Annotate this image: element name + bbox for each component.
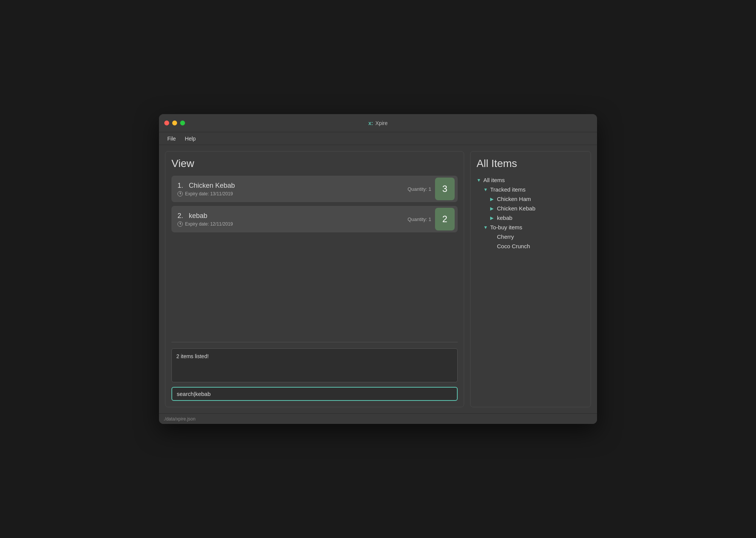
item-name: 1. Chicken Kebab: [177, 182, 401, 190]
quantity-label: Quantity: 1: [407, 216, 431, 222]
close-button[interactable]: [164, 121, 169, 125]
items-list: 1. Chicken Kebab Expiry date: 13/11/2019…: [171, 176, 458, 336]
tree-item-label: Coco Crunch: [497, 243, 530, 249]
item-quantity-area: Quantity: 1 2: [407, 208, 458, 230]
tree-item-kebab[interactable]: kebab: [477, 213, 585, 222]
tree-item-label: kebab: [497, 215, 512, 221]
quantity-badge: 2: [435, 208, 455, 230]
chevron-right-icon: [490, 215, 495, 221]
chevron-right-icon: [490, 196, 495, 202]
menu-help[interactable]: Help: [181, 134, 200, 143]
chevron-right-icon: [490, 206, 495, 211]
tree-item-coco-crunch[interactable]: Coco Crunch: [477, 242, 585, 250]
command-input[interactable]: [171, 387, 458, 401]
item-content: 2. kebab Expiry date: 12/11/2019: [171, 208, 407, 230]
menubar: File Help: [159, 132, 597, 145]
tree-item-tobuy[interactable]: To-buy items: [477, 223, 585, 232]
chevron-down-icon: [477, 178, 481, 183]
view-panel-title: View: [171, 158, 458, 170]
tree-item-tracked[interactable]: Tracked items: [477, 185, 585, 194]
tree-item-chicken-ham[interactable]: Chicken Ham: [477, 195, 585, 203]
view-panel: View 1. Chicken Kebab Expiry date: 13/11…: [165, 151, 464, 407]
separator: [171, 342, 458, 342]
tree-item-chicken-kebab[interactable]: Chicken Kebab: [477, 204, 585, 213]
table-row[interactable]: 2. kebab Expiry date: 12/11/2019 Quantit…: [171, 206, 458, 232]
menu-file[interactable]: File: [164, 134, 180, 143]
main-content: View 1. Chicken Kebab Expiry date: 13/11…: [159, 145, 597, 413]
minimize-button[interactable]: [172, 121, 177, 125]
maximize-button[interactable]: [180, 121, 185, 125]
tree-item-label: Tracked items: [490, 186, 526, 193]
item-index: 1.: [177, 182, 187, 189]
all-items-title: All Items: [477, 158, 585, 170]
item-quantity-area: Quantity: 1 3: [407, 178, 458, 200]
traffic-lights: [164, 121, 185, 125]
clock-icon: [177, 191, 183, 196]
tree-item-label: Chicken Ham: [497, 196, 531, 202]
chevron-down-icon: [483, 225, 488, 230]
output-text: 2 items listed!: [176, 353, 209, 359]
titlebar: x: Xpire: [159, 114, 597, 132]
app-title: Xpire: [375, 120, 388, 126]
app-window: x: Xpire File Help View 1. Chicken Kebab: [159, 114, 597, 424]
table-row[interactable]: 1. Chicken Kebab Expiry date: 13/11/2019…: [171, 176, 458, 202]
tree-item-label: All items: [483, 177, 505, 183]
quantity-label: Quantity: 1: [407, 186, 431, 192]
statusbar-text: ./data/xpire.json: [164, 416, 196, 422]
titlebar-title: x: Xpire: [368, 120, 387, 126]
tree-item-label: Chicken Kebab: [497, 205, 535, 212]
item-expiry: Expiry date: 13/11/2019: [177, 191, 401, 196]
tree-item-cherry[interactable]: Cherry: [477, 232, 585, 241]
item-content: 1. Chicken Kebab Expiry date: 13/11/2019: [171, 178, 407, 200]
tree-item-label: Cherry: [497, 233, 514, 240]
items-tree: All items Tracked items Chicken Ham Chic…: [477, 176, 585, 250]
item-name: 2. kebab: [177, 212, 401, 220]
item-index: 2.: [177, 212, 187, 220]
all-items-panel: All Items All items Tracked items Chicke…: [470, 151, 591, 407]
chevron-down-icon: [483, 187, 488, 192]
item-expiry: Expiry date: 12/11/2019: [177, 221, 401, 227]
statusbar: ./data/xpire.json: [159, 413, 597, 424]
output-area: 2 items listed!: [171, 348, 458, 382]
quantity-badge: 3: [435, 178, 455, 200]
tree-item-label: To-buy items: [490, 224, 522, 230]
app-icon: x:: [368, 120, 373, 126]
tree-item-all-items[interactable]: All items: [477, 176, 585, 184]
clock-icon: [177, 221, 183, 227]
